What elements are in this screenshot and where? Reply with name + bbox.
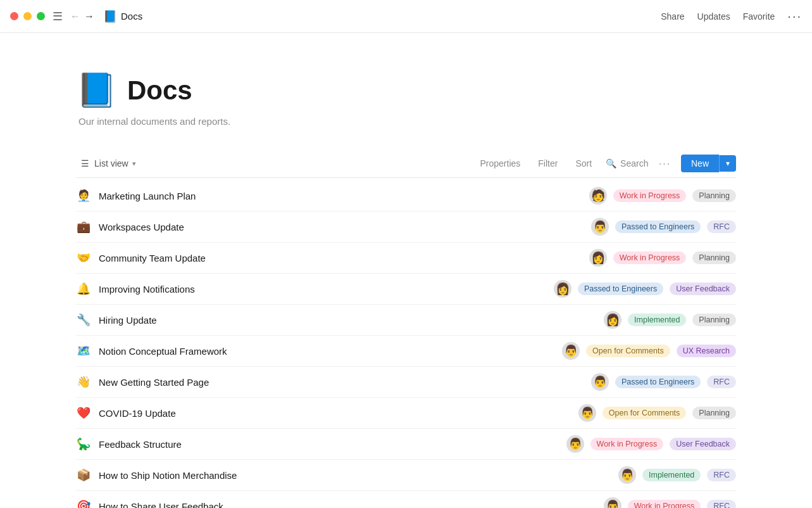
nav-arrows: ← → (70, 11, 94, 22)
filter-button[interactable]: Filter (534, 156, 561, 171)
avatar: 👨 (591, 218, 609, 236)
titlebar-actions: Share Updates Favorite ··· (661, 9, 802, 23)
status-badge: RFC (707, 376, 736, 388)
doc-emoji-icon: 📦 (76, 468, 91, 482)
status-badge: Planning (692, 314, 736, 326)
more-options-button[interactable]: ··· (787, 9, 802, 23)
sidebar-toggle-icon[interactable]: ☰ (53, 10, 63, 23)
status-badge: Implemented (642, 469, 701, 481)
doc-name: Workspaces Update (99, 222, 591, 232)
updates-button[interactable]: Updates (697, 11, 730, 22)
doc-name: How to Share User Feedback (99, 501, 604, 509)
status-badge: RFC (707, 500, 736, 508)
list-view-icon: ☰ (81, 158, 89, 168)
table-row[interactable]: 🦕Feedback Structure👨Work in ProgressUser… (76, 429, 736, 460)
table-row[interactable]: 🔧Hiring Update👩ImplementedPlanning (76, 305, 736, 336)
doc-name: Marketing Launch Plan (99, 191, 589, 201)
new-button-container: New ▾ (681, 155, 736, 172)
doc-name: New Getting Started Page (99, 377, 591, 388)
doc-emoji-icon: 🤝 (76, 251, 91, 265)
status-badge: UX Research (677, 345, 736, 357)
list-view-button[interactable]: ☰ List view ▾ (76, 156, 141, 171)
page-emoji-icon[interactable]: 📘 (76, 71, 117, 110)
status-badge: RFC (707, 469, 736, 481)
doc-name: How to Ship Notion Merchandise (99, 470, 618, 481)
status-badge: Work in Progress (613, 189, 687, 202)
doc-meta: 👨Work in ProgressUser Feedback (566, 435, 736, 453)
avatar: 👩 (554, 280, 572, 298)
search-icon: 🔍 (606, 158, 616, 168)
status-badge: User Feedback (670, 438, 736, 450)
avatar: 🧑 (589, 187, 607, 205)
table-row[interactable]: 📦How to Ship Notion Merchandise👨Implemen… (76, 460, 736, 491)
doc-name: Improving Notifications (99, 284, 554, 295)
doc-emoji-icon: 👋 (76, 375, 91, 389)
status-badge: Open for Comments (586, 345, 670, 357)
close-window-button[interactable] (10, 12, 18, 20)
back-arrow-icon[interactable]: ← (70, 11, 80, 22)
doc-emoji-icon: 🗺️ (76, 344, 91, 358)
doc-name: Community Team Update (99, 253, 589, 264)
avatar: 👩 (604, 311, 621, 329)
toolbar: ☰ List view ▾ Properties Filter Sort 🔍 S… (76, 149, 736, 178)
page-title: Docs (127, 75, 192, 106)
doc-meta: 🧑Work in ProgressPlanning (589, 187, 736, 205)
doc-meta: 👨Work in ProgressRFC (604, 497, 736, 508)
table-row[interactable]: 🤝Community Team Update👩Work in ProgressP… (76, 243, 736, 274)
toolbar-more-button[interactable]: ··· (658, 157, 671, 170)
favorite-button[interactable]: Favorite (743, 11, 775, 22)
doc-meta: 👨Passed to EngineersRFC (591, 373, 736, 391)
new-button-dropdown[interactable]: ▾ (719, 155, 736, 172)
status-badge: RFC (707, 220, 736, 233)
page-description: Our internal documents and reports. (78, 116, 736, 127)
table-row[interactable]: 🗺️Notion Conceptual Framework👨Open for C… (76, 336, 736, 367)
status-badge: Passed to Engineers (615, 376, 701, 388)
search-button[interactable]: 🔍 Search (606, 158, 648, 168)
minimize-window-button[interactable] (23, 12, 32, 20)
doc-emoji-icon: 🧑‍💼 (76, 189, 91, 203)
titlebar: ☰ ← → 📘 Docs Share Updates Favorite ··· (0, 0, 812, 33)
table-row[interactable]: 💼Workspaces Update👨Passed to EngineersRF… (76, 212, 736, 243)
forward-arrow-icon[interactable]: → (84, 11, 94, 22)
page-header-title: 📘 Docs (76, 71, 736, 110)
page-header: 📘 Docs Our internal documents and report… (76, 71, 736, 127)
doc-emoji-icon: 🔧 (76, 313, 91, 327)
doc-name: Notion Conceptual Framework (99, 346, 562, 357)
status-badge: Implemented (628, 314, 686, 326)
status-badge: Planning (692, 251, 736, 264)
doc-name: Feedback Structure (99, 439, 566, 450)
status-badge: Passed to Engineers (615, 220, 701, 233)
table-row[interactable]: 👋New Getting Started Page👨Passed to Engi… (76, 367, 736, 398)
table-row[interactable]: 🎯How to Share User Feedback👨Work in Prog… (76, 491, 736, 508)
main-content: 📘 Docs Our internal documents and report… (0, 33, 812, 508)
doc-meta: 👨ImplementedRFC (618, 466, 736, 484)
status-badge: Passed to Engineers (578, 283, 663, 295)
search-label: Search (620, 158, 648, 168)
doc-meta: 👩ImplementedPlanning (604, 311, 736, 329)
doc-meta: 👩Passed to EngineersUser Feedback (554, 280, 736, 298)
avatar: 👨 (604, 497, 621, 508)
avatar: 👨 (578, 404, 596, 422)
doc-name: Hiring Update (99, 315, 604, 326)
status-badge: Work in Progress (613, 251, 687, 264)
avatar: 👨 (591, 373, 609, 391)
doc-meta: 👨Passed to EngineersRFC (591, 218, 736, 236)
maximize-window-button[interactable] (37, 12, 45, 20)
doc-name: COVID-19 Update (99, 408, 578, 419)
status-badge: Work in Progress (628, 500, 701, 508)
doc-meta: 👨Open for CommentsPlanning (578, 404, 736, 422)
new-button[interactable]: New (681, 155, 719, 172)
doc-emoji-icon: 💼 (76, 220, 91, 234)
table-row[interactable]: 🧑‍💼Marketing Launch Plan🧑Work in Progres… (76, 181, 736, 212)
doc-meta: 👩Work in ProgressPlanning (589, 249, 736, 267)
doc-emoji-icon: 🦕 (76, 437, 91, 451)
sort-button[interactable]: Sort (572, 156, 596, 171)
window-controls (10, 12, 45, 20)
table-row[interactable]: 🔔Improving Notifications👩Passed to Engin… (76, 274, 736, 305)
list-view-label: List view (94, 158, 128, 168)
share-button[interactable]: Share (661, 11, 684, 22)
properties-button[interactable]: Properties (476, 156, 524, 171)
status-badge: Planning (692, 407, 736, 419)
table-row[interactable]: ❤️COVID-19 Update👨Open for CommentsPlann… (76, 398, 736, 429)
list-view-chevron-icon: ▾ (132, 160, 136, 168)
